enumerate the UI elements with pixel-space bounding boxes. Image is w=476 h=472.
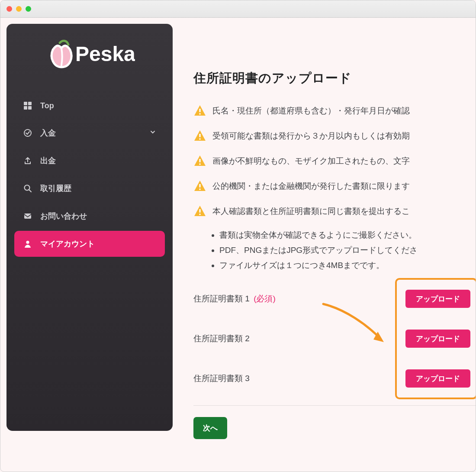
- main-content: 住所証明書のアップロード 氏名・現住所（都道府県も含む）・発行年月日が確認 受領…: [173, 18, 476, 472]
- required-badge: (必須): [254, 294, 276, 303]
- app-window: Peska Top 入金: [0, 0, 476, 472]
- svg-rect-4: [28, 106, 32, 110]
- upload-row-1: 住所証明書類 1 (必須) アップロード: [193, 288, 476, 310]
- deposit-icon: [23, 128, 32, 138]
- user-icon: [23, 239, 32, 249]
- warning-icon: [193, 104, 206, 117]
- sidebar-item-my-account[interactable]: マイアカウント: [14, 231, 165, 257]
- warning-icon: [193, 129, 206, 142]
- svg-rect-9: [199, 109, 200, 112]
- sidebar-item-label: マイアカウント: [40, 239, 95, 249]
- sidebar-item-label: Top: [40, 101, 54, 110]
- page-title: 住所証明書のアップロード: [193, 70, 476, 87]
- warning-icon: [193, 180, 206, 193]
- svg-point-14: [199, 163, 201, 165]
- svg-rect-7: [24, 213, 31, 219]
- sidebar-item-withdraw[interactable]: 出金: [14, 148, 165, 174]
- warning-text: 本人確認書類と住所証明書類に同じ書類を提出するこ: [212, 206, 410, 217]
- sidebar-item-history[interactable]: 取引履歴: [14, 175, 165, 201]
- minimize-window-icon[interactable]: [16, 6, 22, 12]
- warning-text: 受領可能な書類は発行から３か月以内もしくは有効期: [212, 130, 410, 142]
- instruction-item: PDF、PNGまたはJPG形式でアップロードしてくださ: [219, 242, 476, 258]
- upload-button-2[interactable]: アップロード: [405, 330, 470, 348]
- upload-button-1[interactable]: アップロード: [405, 290, 470, 308]
- sidebar-item-label: 取引履歴: [40, 183, 71, 194]
- svg-point-10: [199, 113, 201, 115]
- upload-row-3: 住所証明書類 3 アップロード: [193, 367, 476, 390]
- warning-text: 公的機関・または金融機関が発行した書類に限ります: [212, 181, 410, 192]
- grid-icon: [23, 101, 32, 110]
- svg-point-18: [199, 213, 201, 215]
- warning-row: 氏名・現住所（都道府県も含む）・発行年月日が確認: [193, 104, 476, 117]
- window-titlebar: [0, 0, 476, 18]
- upload-label: 住所証明書類 3: [193, 373, 250, 384]
- upload-section: 住所証明書類 1 (必須) アップロード 住所証明書類 2 アップロード 住所証…: [193, 288, 476, 390]
- svg-rect-17: [199, 209, 200, 213]
- warning-row: 受領可能な書類は発行から３か月以内もしくは有効期: [193, 129, 476, 142]
- upload-button-3[interactable]: アップロード: [405, 369, 470, 388]
- search-icon: [23, 184, 32, 193]
- warning-icon: [193, 205, 206, 218]
- sidebar: Peska Top 入金: [6, 24, 173, 431]
- svg-rect-11: [199, 134, 200, 137]
- upload-label: 住所証明書類 2: [193, 333, 250, 344]
- next-button[interactable]: 次へ: [193, 417, 227, 439]
- content-area: Peska Top 入金: [0, 18, 476, 472]
- svg-rect-1: [24, 102, 27, 105]
- svg-point-8: [26, 241, 29, 244]
- warning-icon: [193, 155, 206, 168]
- svg-point-5: [24, 129, 31, 136]
- warning-list: 氏名・現住所（都道府県も含む）・発行年月日が確認 受領可能な書類は発行から３か月…: [193, 104, 476, 218]
- svg-text:Peska: Peska: [75, 42, 135, 65]
- warning-row: 画像が不鮮明なもの、モザイク加工されたもの、文字: [193, 155, 476, 168]
- svg-point-16: [199, 188, 201, 190]
- warning-text: 画像が不鮮明なもの、モザイク加工されたもの、文字: [212, 155, 410, 167]
- sidebar-item-label: お問い合わせ: [40, 211, 87, 221]
- instruction-list: 書類は実物全体が確認できるようにご撮影ください。 PDF、PNGまたはJPG形式…: [193, 227, 476, 273]
- upload-row-2: 住所証明書類 2 アップロード: [193, 327, 476, 350]
- sidebar-nav: Top 入金 出金: [14, 93, 165, 257]
- sidebar-item-label: 出金: [40, 155, 56, 166]
- chevron-down-icon: [149, 129, 156, 138]
- instruction-item: ファイルサイズは１つにつき4MBまでです。: [219, 258, 476, 273]
- sidebar-item-label: 入金: [40, 128, 56, 138]
- sidebar-item-deposit[interactable]: 入金: [14, 120, 165, 146]
- warning-row: 本人確認書類と住所証明書類に同じ書類を提出するこ: [193, 205, 476, 218]
- warning-row: 公的機関・または金融機関が発行した書類に限ります: [193, 180, 476, 193]
- instruction-item: 書類は実物全体が確認できるようにご撮影ください。: [219, 227, 476, 242]
- sidebar-item-top[interactable]: Top: [14, 93, 165, 118]
- brand-logo[interactable]: Peska: [14, 37, 165, 71]
- close-window-icon[interactable]: [6, 6, 12, 12]
- warning-text: 氏名・現住所（都道府県も含む）・発行年月日が確認: [212, 105, 410, 116]
- withdraw-icon: [23, 156, 32, 165]
- upload-label: 住所証明書類 1 (必須): [193, 293, 276, 304]
- maximize-window-icon[interactable]: [26, 6, 31, 12]
- mail-icon: [23, 211, 32, 221]
- svg-rect-13: [199, 159, 200, 162]
- section-divider: [193, 405, 476, 406]
- svg-rect-3: [24, 106, 27, 110]
- svg-rect-2: [28, 102, 32, 105]
- svg-rect-15: [199, 184, 200, 188]
- svg-point-12: [199, 138, 201, 140]
- sidebar-item-contact[interactable]: お問い合わせ: [14, 203, 165, 229]
